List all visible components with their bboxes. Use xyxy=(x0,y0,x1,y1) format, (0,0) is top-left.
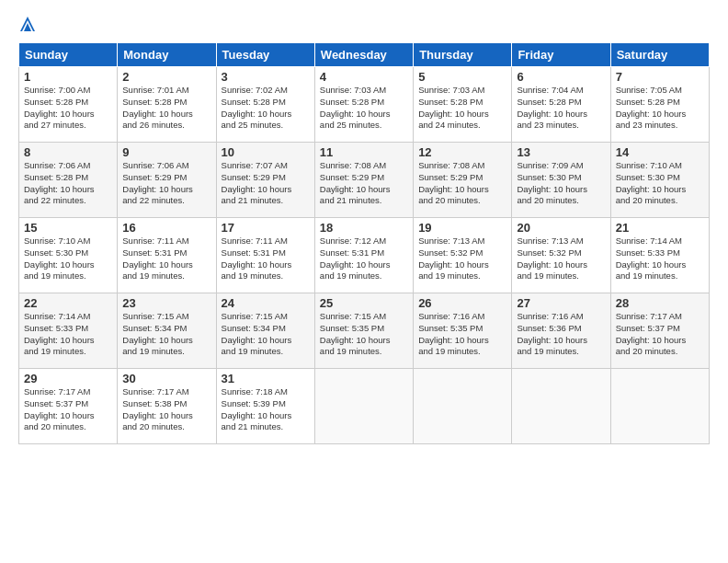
day-number: 5 xyxy=(418,70,506,84)
calendar-cell: 8Sunrise: 7:06 AM Sunset: 5:28 PM Daylig… xyxy=(19,143,118,218)
calendar-header-row: SundayMondayTuesdayWednesdayThursdayFrid… xyxy=(19,43,710,67)
day-info: Sunrise: 7:13 AM Sunset: 5:32 PM Dayligh… xyxy=(517,236,605,282)
day-info: Sunrise: 7:10 AM Sunset: 5:30 PM Dayligh… xyxy=(24,236,112,282)
day-number: 2 xyxy=(122,70,210,84)
day-info: Sunrise: 7:10 AM Sunset: 5:30 PM Dayligh… xyxy=(616,160,704,207)
calendar-cell: 17Sunrise: 7:11 AM Sunset: 5:31 PM Dayli… xyxy=(216,218,314,293)
day-info: Sunrise: 7:18 AM Sunset: 5:39 PM Dayligh… xyxy=(222,386,310,433)
day-number: 16 xyxy=(122,221,210,235)
weekday-header-sunday: Sunday xyxy=(19,43,118,67)
calendar-cell: 1Sunrise: 7:00 AM Sunset: 5:28 PM Daylig… xyxy=(19,67,118,143)
calendar-cell: 23Sunrise: 7:15 AM Sunset: 5:34 PM Dayli… xyxy=(118,293,216,369)
day-number: 28 xyxy=(616,296,704,310)
day-number: 23 xyxy=(122,296,210,310)
calendar-cell: 21Sunrise: 7:14 AM Sunset: 5:33 PM Dayli… xyxy=(610,218,709,293)
day-info: Sunrise: 7:08 AM Sunset: 5:29 PM Dayligh… xyxy=(418,160,506,207)
day-number: 17 xyxy=(222,221,310,235)
day-info: Sunrise: 7:00 AM Sunset: 5:28 PM Dayligh… xyxy=(24,85,112,132)
day-number: 19 xyxy=(418,221,506,235)
weekday-header-tuesday: Tuesday xyxy=(216,43,314,67)
weekday-header-saturday: Saturday xyxy=(610,43,709,67)
calendar-table: SundayMondayTuesdayWednesdayThursdayFrid… xyxy=(18,42,710,444)
day-number: 22 xyxy=(24,296,112,310)
weekday-header-friday: Friday xyxy=(512,43,610,67)
calendar-cell xyxy=(414,369,512,444)
day-number: 13 xyxy=(517,145,605,159)
day-number: 10 xyxy=(222,145,310,159)
calendar-cell: 6Sunrise: 7:04 AM Sunset: 5:28 PM Daylig… xyxy=(512,67,610,143)
calendar-body: 1Sunrise: 7:00 AM Sunset: 5:28 PM Daylig… xyxy=(19,67,710,444)
calendar-cell xyxy=(512,369,610,444)
day-number: 6 xyxy=(517,70,605,84)
day-number: 8 xyxy=(24,145,112,159)
day-info: Sunrise: 7:14 AM Sunset: 5:33 PM Dayligh… xyxy=(616,236,704,282)
calendar-cell: 13Sunrise: 7:09 AM Sunset: 5:30 PM Dayli… xyxy=(512,143,610,218)
weekday-header-monday: Monday xyxy=(118,43,216,67)
day-info: Sunrise: 7:02 AM Sunset: 5:28 PM Dayligh… xyxy=(222,85,310,132)
day-number: 21 xyxy=(616,221,704,235)
weekday-header-wednesday: Wednesday xyxy=(314,43,413,67)
day-number: 1 xyxy=(24,70,112,84)
day-number: 24 xyxy=(222,296,310,310)
calendar-cell: 14Sunrise: 7:10 AM Sunset: 5:30 PM Dayli… xyxy=(610,143,709,218)
day-number: 27 xyxy=(517,296,605,310)
day-number: 15 xyxy=(24,221,112,235)
calendar-cell: 24Sunrise: 7:15 AM Sunset: 5:34 PM Dayli… xyxy=(216,293,314,369)
day-number: 7 xyxy=(616,70,704,84)
day-number: 18 xyxy=(320,221,408,235)
day-info: Sunrise: 7:04 AM Sunset: 5:28 PM Dayligh… xyxy=(517,85,605,132)
day-number: 25 xyxy=(320,296,408,310)
weekday-header-thursday: Thursday xyxy=(414,43,512,67)
calendar-cell: 2Sunrise: 7:01 AM Sunset: 5:28 PM Daylig… xyxy=(118,67,216,143)
day-info: Sunrise: 7:17 AM Sunset: 5:37 PM Dayligh… xyxy=(616,311,704,358)
week-row-1: 1Sunrise: 7:00 AM Sunset: 5:28 PM Daylig… xyxy=(19,67,710,143)
day-info: Sunrise: 7:11 AM Sunset: 5:31 PM Dayligh… xyxy=(222,236,310,282)
calendar-cell: 16Sunrise: 7:11 AM Sunset: 5:31 PM Dayli… xyxy=(118,218,216,293)
day-number: 31 xyxy=(222,372,310,385)
day-number: 30 xyxy=(122,372,210,385)
day-number: 4 xyxy=(320,70,408,84)
week-row-4: 22Sunrise: 7:14 AM Sunset: 5:33 PM Dayli… xyxy=(19,293,710,369)
day-number: 12 xyxy=(418,145,506,159)
day-number: 14 xyxy=(616,145,704,159)
day-number: 26 xyxy=(418,296,506,310)
day-info: Sunrise: 7:16 AM Sunset: 5:35 PM Dayligh… xyxy=(418,311,506,358)
header xyxy=(18,15,710,33)
day-info: Sunrise: 7:06 AM Sunset: 5:29 PM Dayligh… xyxy=(122,160,210,207)
day-number: 20 xyxy=(517,221,605,235)
calendar-cell: 4Sunrise: 7:03 AM Sunset: 5:28 PM Daylig… xyxy=(314,67,413,143)
calendar-cell: 9Sunrise: 7:06 AM Sunset: 5:29 PM Daylig… xyxy=(118,143,216,218)
calendar-cell xyxy=(314,369,413,444)
calendar-cell: 7Sunrise: 7:05 AM Sunset: 5:28 PM Daylig… xyxy=(610,67,709,143)
day-info: Sunrise: 7:15 AM Sunset: 5:34 PM Dayligh… xyxy=(122,311,210,358)
week-row-2: 8Sunrise: 7:06 AM Sunset: 5:28 PM Daylig… xyxy=(19,143,710,218)
day-info: Sunrise: 7:17 AM Sunset: 5:38 PM Dayligh… xyxy=(122,386,210,433)
calendar-cell: 11Sunrise: 7:08 AM Sunset: 5:29 PM Dayli… xyxy=(314,143,413,218)
week-row-3: 15Sunrise: 7:10 AM Sunset: 5:30 PM Dayli… xyxy=(19,218,710,293)
day-number: 9 xyxy=(122,145,210,159)
calendar-cell xyxy=(610,369,709,444)
calendar-cell: 29Sunrise: 7:17 AM Sunset: 5:37 PM Dayli… xyxy=(19,369,118,444)
calendar-cell: 15Sunrise: 7:10 AM Sunset: 5:30 PM Dayli… xyxy=(19,218,118,293)
logo-icon xyxy=(18,15,37,33)
calendar-cell: 3Sunrise: 7:02 AM Sunset: 5:28 PM Daylig… xyxy=(216,67,314,143)
calendar-cell: 27Sunrise: 7:16 AM Sunset: 5:36 PM Dayli… xyxy=(512,293,610,369)
page: SundayMondayTuesdayWednesdayThursdayFrid… xyxy=(0,0,728,563)
calendar-cell: 5Sunrise: 7:03 AM Sunset: 5:28 PM Daylig… xyxy=(414,67,512,143)
day-info: Sunrise: 7:03 AM Sunset: 5:28 PM Dayligh… xyxy=(320,85,408,132)
calendar-cell: 12Sunrise: 7:08 AM Sunset: 5:29 PM Dayli… xyxy=(414,143,512,218)
calendar-cell: 25Sunrise: 7:15 AM Sunset: 5:35 PM Dayli… xyxy=(314,293,413,369)
calendar-cell: 18Sunrise: 7:12 AM Sunset: 5:31 PM Dayli… xyxy=(314,218,413,293)
calendar-cell: 22Sunrise: 7:14 AM Sunset: 5:33 PM Dayli… xyxy=(19,293,118,369)
calendar-cell: 10Sunrise: 7:07 AM Sunset: 5:29 PM Dayli… xyxy=(216,143,314,218)
day-info: Sunrise: 7:01 AM Sunset: 5:28 PM Dayligh… xyxy=(122,85,210,132)
day-info: Sunrise: 7:08 AM Sunset: 5:29 PM Dayligh… xyxy=(320,160,408,207)
week-row-5: 29Sunrise: 7:17 AM Sunset: 5:37 PM Dayli… xyxy=(19,369,710,444)
day-info: Sunrise: 7:16 AM Sunset: 5:36 PM Dayligh… xyxy=(517,311,605,358)
calendar-cell: 28Sunrise: 7:17 AM Sunset: 5:37 PM Dayli… xyxy=(610,293,709,369)
day-info: Sunrise: 7:07 AM Sunset: 5:29 PM Dayligh… xyxy=(222,160,310,207)
calendar-cell: 19Sunrise: 7:13 AM Sunset: 5:32 PM Dayli… xyxy=(414,218,512,293)
day-info: Sunrise: 7:17 AM Sunset: 5:37 PM Dayligh… xyxy=(24,386,112,433)
day-info: Sunrise: 7:13 AM Sunset: 5:32 PM Dayligh… xyxy=(418,236,506,282)
day-info: Sunrise: 7:15 AM Sunset: 5:35 PM Dayligh… xyxy=(320,311,408,358)
